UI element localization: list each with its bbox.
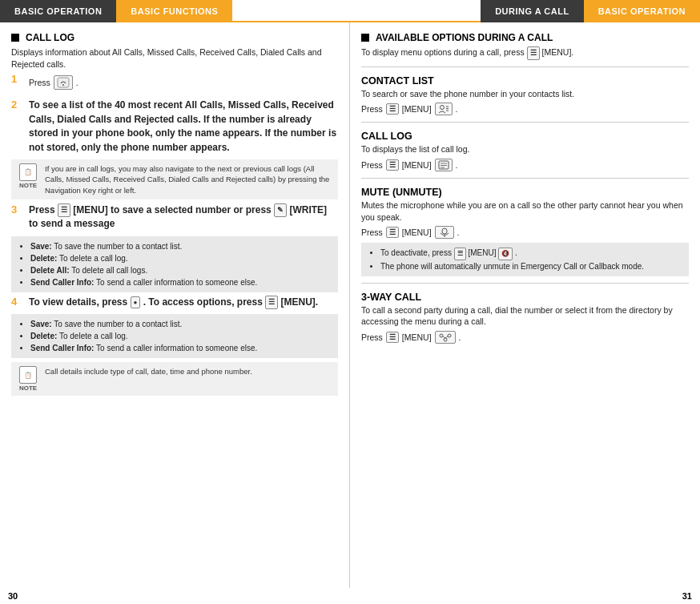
bullet-list-2: Save: To save the number to a contact li… [19,318,330,354]
step-4-menu-btn: ☰ [265,296,278,309]
header-row: BASIC OPERATION BASIC FUNCTIONS DURING A… [0,0,700,22]
step-4-content: To view details, press ● . To access opt… [29,296,338,309]
bullet-2-send-caller: Send Caller Info: To send a caller infor… [30,342,330,354]
svg-rect-6 [439,161,449,169]
header-left: BASIC OPERATION BASIC FUNCTIONS [0,0,350,22]
svg-point-13 [448,334,451,337]
deactivate-menu-btn: ☰ [454,248,466,260]
left-tab-basic-functions[interactable]: BASIC FUNCTIONS [116,0,232,22]
bullet-1-delete: Delete: To delete a call log. [30,252,330,264]
svg-rect-10 [442,228,447,234]
call-log-menu-btn: ☰ [386,159,399,171]
left-section-heading: CALL LOG [11,32,338,43]
3way-desc: To call a second party during a call, di… [361,304,689,328]
right-tab-during-call[interactable]: DURING A CALL [481,0,583,22]
step-1: 1 Press . [11,73,338,94]
divider-1 [361,66,689,67]
step-1-phone-btn [54,75,73,90]
right-section-intro: To display menu options during a call, p… [361,46,689,60]
call-log-press-label: Press [361,160,383,170]
left-section-intro: Displays information about All Calls, Mi… [11,46,338,70]
step-4-num: 4 [11,296,26,309]
bullet-1-save: Save: To save the number to a contact li… [30,240,330,252]
step-2: 2 To see a list of the 40 most recent Al… [11,99,338,155]
mute-bullet-box: To deactivate, press ☰ [MENU] 🔇 . The ph… [361,243,689,276]
step-3-text: Press ☰ [MENU] to save a selected number… [29,203,338,232]
footer: 30 31 [0,588,700,604]
step-1-dot: . [76,77,78,89]
call-log-icon-btn [435,159,453,171]
right-tab-basic-operation[interactable]: BASIC OPERATION [584,0,700,22]
right-section-title: AVAILABLE OPTIONS DURING A CALL [376,32,553,43]
svg-point-14 [444,338,447,341]
note-icon-2: 📋 NOTE [17,366,39,392]
svg-rect-0 [58,78,69,87]
left-tab-basic-operation[interactable]: BASIC OPERATION [0,0,116,22]
bullet-1-send-caller: Send Caller Info: To send a caller infor… [30,276,330,288]
note-box-2: 📋 NOTE Call details include type of call… [11,362,338,396]
divider-4 [361,283,689,284]
step-1-content: Press . [29,73,338,94]
mute-bullet-list: To deactivate, press ☰ [MENU] 🔇 . The ph… [369,247,681,272]
note-text-1: If you are in call logs, you may also na… [45,163,332,195]
note-box-1: 📋 NOTE If you are in call logs, you may … [11,159,338,199]
3way-menu-btn: ☰ [386,332,399,343]
right-section-heading: AVAILABLE OPTIONS DURING A CALL [361,32,689,43]
right-heading-square-icon [361,34,369,42]
sub-heading-mute: MUTE (UNMUTE) [361,187,689,198]
step-3-num: 3 [11,203,26,217]
main-content: CALL LOG Displays information about All … [0,22,700,588]
note-icon-img-2: 📋 [19,366,37,384]
divider-2 [361,122,689,123]
mute-desc: Mutes the microphone while you are on a … [361,199,689,223]
deactivate-icon-btn: 🔇 [498,248,513,260]
heading-square-icon [11,34,19,42]
sub-heading-contact-list: CONTACT LIST [361,75,689,87]
mute-icon-btn [435,226,454,239]
bullet-2-save: Save: To save the number to a contact li… [30,318,330,330]
3way-press-label: Press [361,332,383,342]
call-log-menu-label: [MENU] [402,160,432,170]
mute-dot: . [457,228,460,237]
svg-point-2 [440,106,444,110]
note-text-2: Call details include type of call, date,… [45,366,252,376]
3way-menu-label: [MENU] [402,332,432,342]
bullet-2-delete: Delete: To delete a call log. [30,330,330,342]
mute-menu-label: [MENU] [402,228,432,237]
step-1-press-row: Press . [29,75,338,90]
step-4: 4 To view details, press ● . To access o… [11,296,338,309]
note-label-2: NOTE [19,385,37,392]
call-log-press-row: Press ☰ [MENU] . [361,159,689,171]
contact-list-dot: . [456,104,458,114]
divider-3 [361,178,689,179]
mute-bullet-auto: The phone will automatically unmute in E… [380,260,681,272]
right-intro-menu-btn: ☰ [527,46,540,60]
right-column: AVAILABLE OPTIONS DURING A CALL To displ… [350,22,700,588]
contact-list-icon-btn [435,103,453,115]
contact-list-press-label: Press [361,104,383,114]
mute-press-row: Press ☰ [MENU] . [361,226,689,239]
footer-right-page: 31 [350,588,700,604]
left-section-title: CALL LOG [26,32,74,43]
step-3: 3 Press ☰ [MENU] to save a selected numb… [11,203,338,232]
svg-line-16 [445,336,448,338]
right-tab-spacer [350,0,481,22]
note-label-1: NOTE [19,182,37,189]
step-2-content: To see a list of the 40 most recent All … [29,99,338,155]
step-3-write-btn: ✎ [274,203,287,217]
call-log-dot: . [456,160,458,170]
step-2-num: 2 [11,99,26,112]
bullet-box-2: Save: To save the number to a contact li… [11,314,338,358]
svg-point-1 [62,84,64,86]
step-3-menu-btn: ☰ [58,203,70,217]
contact-list-menu-btn: ☰ [386,103,399,115]
header-right: DURING A CALL BASIC OPERATION [350,0,700,22]
contact-list-press-row: Press ☰ [MENU] . [361,103,689,115]
step-1-press-label: Press [29,77,50,89]
svg-line-15 [443,336,445,338]
footer-left-page: 30 [0,588,350,604]
contact-list-desc: To search or save the phone number in yo… [361,88,689,100]
step-1-num: 1 [11,73,26,87]
3way-dot: . [459,332,461,342]
3way-icon-btn [435,331,456,344]
